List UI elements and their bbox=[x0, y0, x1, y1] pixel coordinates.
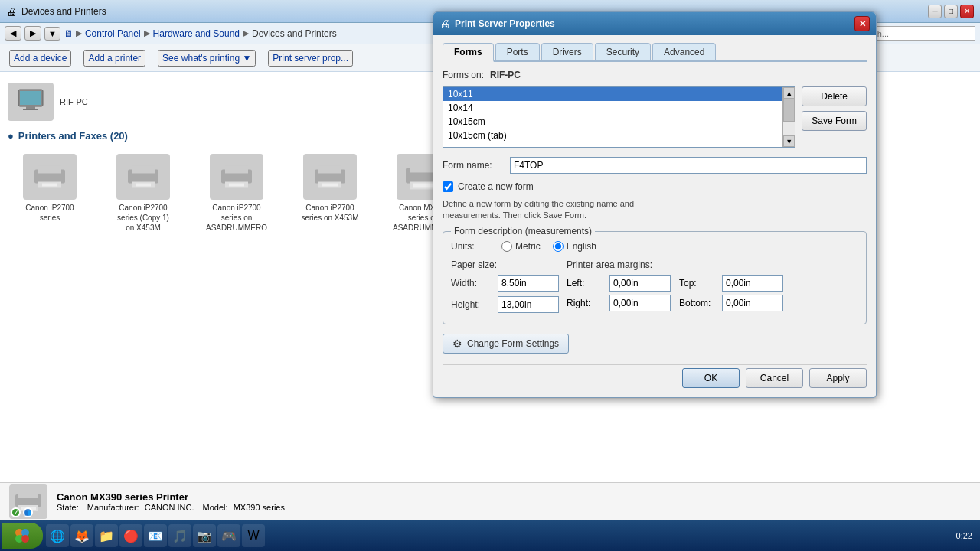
list-buttons: Delete Save Form bbox=[802, 86, 867, 148]
print-server-btn[interactable]: Print server prop... bbox=[268, 50, 353, 67]
tab-forms[interactable]: Forms bbox=[443, 43, 494, 62]
create-new-form-checkbox[interactable] bbox=[443, 181, 453, 192]
taskbar-ie-icon[interactable]: 🌐 bbox=[46, 524, 69, 547]
forward-btn[interactable]: ▶ bbox=[24, 26, 41, 41]
svg-rect-9 bbox=[132, 165, 155, 173]
taskbar-firefox-icon[interactable]: 🦊 bbox=[70, 524, 93, 547]
scroll-down-btn[interactable]: ▼ bbox=[783, 135, 795, 147]
svg-rect-7 bbox=[42, 183, 57, 186]
svg-rect-5 bbox=[38, 165, 61, 173]
ok-btn[interactable]: OK bbox=[682, 368, 740, 388]
scroll-track[interactable] bbox=[783, 99, 795, 135]
forms-on-value: RIF-PC bbox=[490, 70, 521, 80]
paper-size-section: Paper size: Width: Height: bbox=[451, 259, 559, 318]
top-label: Top: bbox=[679, 278, 717, 289]
left-input[interactable] bbox=[609, 275, 671, 292]
list-item-10x14[interactable]: 10x14 bbox=[443, 101, 782, 115]
printer-item[interactable]: Canon iP2700series bbox=[8, 154, 92, 233]
units-row: Units: Metric English bbox=[451, 241, 858, 252]
save-form-btn[interactable]: Save Form bbox=[802, 111, 867, 131]
taskbar-word-icon[interactable]: W bbox=[242, 524, 265, 547]
change-form-label: Change Form Settings bbox=[467, 338, 559, 349]
svg-rect-3 bbox=[23, 109, 38, 110]
create-new-form-label: Create a new form bbox=[458, 181, 534, 192]
bottom-input[interactable] bbox=[722, 295, 783, 311]
taskbar-app3-icon[interactable]: 🎵 bbox=[168, 524, 191, 547]
height-input[interactable] bbox=[498, 296, 559, 313]
svg-rect-2 bbox=[26, 106, 35, 109]
taskbar-app2-icon[interactable]: 📧 bbox=[144, 524, 167, 547]
list-item-10x11[interactable]: 10x11 bbox=[443, 87, 782, 101]
forms-listbox[interactable]: 10x11 10x14 10x15cm 10x15cm (tab) bbox=[443, 87, 782, 147]
height-label: Height: bbox=[451, 299, 493, 310]
nav-control-panel[interactable]: Control Panel bbox=[85, 28, 141, 39]
tab-advanced[interactable]: Advanced bbox=[652, 43, 716, 60]
list-and-buttons-area: 10x11 10x14 10x15cm 10x15cm (tab) ▲ ▼ De… bbox=[443, 86, 867, 148]
taskbar-app4-icon[interactable]: 📷 bbox=[193, 524, 216, 547]
english-label: English bbox=[567, 241, 596, 252]
nav-hardware-sound[interactable]: Hardware and Sound bbox=[153, 28, 240, 39]
list-item-10x15cm-tab[interactable]: 10x15cm (tab) bbox=[443, 129, 782, 142]
listbox-scrollbar[interactable]: ▲ ▼ bbox=[782, 87, 795, 147]
svg-rect-19 bbox=[322, 183, 338, 186]
svg-rect-15 bbox=[229, 183, 244, 186]
print-server-dialog: 🖨 Print Server Properties ✕ Forms Ports … bbox=[433, 11, 877, 398]
scroll-up-btn[interactable]: ▲ bbox=[783, 87, 795, 99]
dialog-close-btn[interactable]: ✕ bbox=[854, 16, 870, 31]
tab-drivers[interactable]: Drivers bbox=[541, 43, 593, 60]
apply-btn[interactable]: Apply bbox=[809, 368, 867, 388]
nav-devices-printers: Devices and Printers bbox=[252, 28, 337, 39]
english-radio[interactable] bbox=[553, 241, 564, 252]
metric-radio-label[interactable]: Metric bbox=[501, 241, 541, 252]
taskbar-app5-icon[interactable]: 🎮 bbox=[217, 524, 240, 547]
list-item-10x15cm[interactable]: 10x15cm bbox=[443, 115, 782, 129]
dialog-titlebar: 🖨 Print Server Properties ✕ bbox=[433, 12, 876, 35]
english-radio-label[interactable]: English bbox=[553, 241, 596, 252]
metric-radio[interactable] bbox=[501, 241, 512, 252]
recent-btn[interactable]: ▼ bbox=[44, 27, 60, 41]
change-form-icon: ⚙ bbox=[452, 337, 462, 350]
printer-item[interactable]: Canon iP2700series (Copy 1)on X453M bbox=[101, 154, 185, 233]
delete-btn[interactable]: Delete bbox=[802, 86, 867, 106]
scroll-thumb[interactable] bbox=[783, 99, 795, 122]
units-label: Units: bbox=[451, 241, 489, 252]
back-btn[interactable]: ◀ bbox=[5, 26, 21, 41]
desc-text: Define a new form by editing the existin… bbox=[443, 198, 867, 222]
add-printer-btn[interactable]: Add a printer bbox=[83, 50, 145, 67]
dialog-body: Forms Ports Drivers Security Advanced Fo… bbox=[433, 35, 876, 397]
form-desc-legend: Form description (measurements) bbox=[451, 226, 595, 236]
left-label: Left: bbox=[567, 278, 605, 289]
form-name-input[interactable]: F4TOP bbox=[510, 157, 867, 174]
cp-close-btn[interactable]: ✕ bbox=[960, 5, 974, 18]
start-button[interactable] bbox=[2, 523, 43, 549]
status-details: State: Manufacturer: CANON INC. Model: M… bbox=[57, 503, 285, 512]
add-device-btn[interactable]: Add a device bbox=[9, 50, 71, 67]
measurements-area: Paper size: Width: Height: Printer area … bbox=[451, 259, 858, 318]
width-input[interactable] bbox=[498, 275, 559, 292]
printer-item[interactable]: Canon iP2700series onASADRUMMERO bbox=[194, 154, 279, 233]
svg-rect-1 bbox=[20, 91, 41, 105]
units-radio-group: Metric English bbox=[501, 241, 596, 252]
maximize-btn[interactable]: □ bbox=[944, 5, 958, 18]
taskbar-app1-icon[interactable]: 🔴 bbox=[119, 524, 142, 547]
right-input[interactable] bbox=[609, 295, 671, 311]
svg-rect-17 bbox=[318, 165, 341, 173]
svg-rect-23 bbox=[413, 183, 433, 187]
cancel-btn[interactable]: Cancel bbox=[746, 368, 803, 388]
change-form-settings-btn[interactable]: ⚙ Change Form Settings bbox=[443, 334, 569, 354]
taskbar-folder-icon[interactable]: 📁 bbox=[95, 524, 118, 547]
tab-strip: Forms Ports Drivers Security Advanced bbox=[443, 43, 867, 62]
taskbar: 🌐 🦊 📁 🔴 📧 🎵 📷 🎮 W 0:22 bbox=[0, 520, 980, 551]
see-printing-btn[interactable]: See what's printing ▼ bbox=[158, 50, 256, 67]
minimize-btn[interactable]: ─ bbox=[928, 5, 942, 18]
tab-ports[interactable]: Ports bbox=[495, 43, 540, 60]
dialog-title: Print Server Properties bbox=[455, 18, 850, 29]
dialog-title-icon: 🖨 bbox=[439, 18, 450, 30]
printer-item[interactable]: Canon iP2700series on X453M bbox=[288, 154, 372, 233]
margins-grid: Left: Top: Right: Bottom: bbox=[567, 275, 787, 311]
tab-security[interactable]: Security bbox=[595, 43, 651, 60]
paper-size-title: Paper size: bbox=[451, 259, 559, 270]
top-input[interactable] bbox=[722, 275, 783, 292]
nav-path: 🖥 ▶ Control Panel ▶ Hardware and Sound ▶… bbox=[64, 28, 337, 39]
status-bar: ✓ 👥 Canon MX390 series Printer State: Ma… bbox=[0, 482, 980, 520]
